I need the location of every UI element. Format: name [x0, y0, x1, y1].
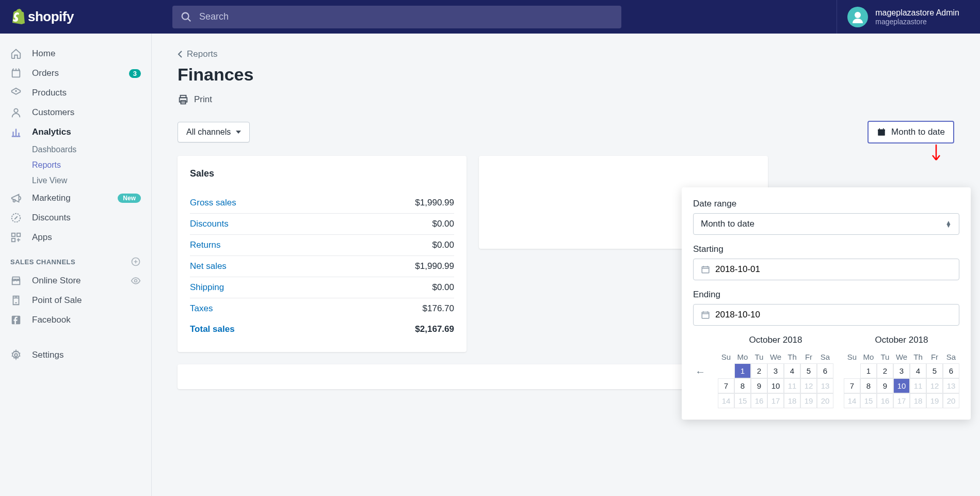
svg-point-0 [182, 12, 189, 19]
calendar-day[interactable]: 10 [767, 378, 784, 393]
breadcrumb[interactable]: Reports [178, 49, 954, 59]
svg-point-3 [855, 12, 861, 18]
sales-row-link[interactable]: Gross sales [190, 198, 236, 208]
search-input[interactable] [199, 11, 613, 22]
svg-line-1 [188, 18, 191, 21]
calendar-day: 19 [800, 393, 817, 408]
calendar-2: October 2018 SuMoTuWeThFrSa1234567891011… [844, 335, 959, 408]
total-sales-link[interactable]: Total sales [190, 324, 235, 334]
sidebar-item-discounts[interactable]: Discounts [0, 208, 151, 228]
sidebar-channel-facebook[interactable]: Facebook [0, 310, 151, 330]
subnav-dashboards[interactable]: Dashboards [32, 142, 151, 157]
total-sales-value: $2,167.69 [415, 324, 454, 334]
sidebar-channel-pos[interactable]: Point of Sale [0, 291, 151, 310]
calendar-day[interactable]: 6 [817, 363, 833, 378]
subnav-liveview[interactable]: Live View [32, 173, 151, 188]
add-channel-icon[interactable] [131, 257, 141, 267]
starting-label: Starting [693, 244, 959, 254]
sidebar-item-settings[interactable]: Settings [0, 345, 151, 365]
settings-icon [10, 349, 22, 361]
calendar-day[interactable]: 4 [910, 363, 926, 378]
subnav-reports[interactable]: Reports [32, 157, 151, 173]
calendar-day[interactable]: 7 [718, 378, 734, 393]
search-box[interactable] [172, 6, 621, 28]
calendar-day[interactable]: 3 [767, 363, 784, 378]
logo[interactable]: shopify [10, 9, 74, 25]
sidebar-item-label: Settings [32, 350, 63, 360]
sales-row-link[interactable]: Net sales [190, 261, 227, 271]
date-range-label: Date range [693, 199, 959, 209]
sales-row-value: $1,990.99 [415, 198, 454, 208]
sidebar-item-analytics[interactable]: Analytics [0, 122, 151, 142]
sales-total-row: Total sales $2,167.69 [190, 319, 454, 340]
sales-row-link[interactable]: Taxes [190, 303, 213, 314]
ending-field[interactable] [693, 304, 959, 326]
sidebar-item-home[interactable]: Home [0, 44, 151, 63]
avatar-icon [849, 9, 866, 25]
sales-row-link[interactable]: Returns [190, 240, 221, 250]
calendar-dow: Th [784, 350, 800, 363]
calendar-day[interactable]: 3 [893, 363, 910, 378]
svg-rect-20 [878, 130, 885, 131]
starting-field[interactable] [693, 259, 959, 280]
calendar-day[interactable]: 7 [844, 378, 860, 393]
calendar-day: 17 [767, 393, 784, 408]
new-badge: New [118, 194, 141, 203]
ending-input[interactable] [715, 310, 952, 320]
calendar-day[interactable]: 9 [877, 378, 893, 393]
user-name: mageplazastore Admin [875, 8, 959, 18]
user-area[interactable]: mageplazastore Admin mageplazastore [837, 0, 980, 34]
starting-input[interactable] [715, 264, 952, 275]
sidebar-item-marketing[interactable]: Marketing New [0, 188, 151, 208]
discounts-icon [10, 212, 22, 223]
sidebar-item-orders[interactable]: Orders 3 [0, 63, 151, 83]
apps-icon [10, 232, 22, 243]
sidebar-item-label: Marketing [32, 193, 71, 203]
svg-point-6 [14, 109, 18, 113]
calendar-day[interactable]: 1 [860, 363, 877, 378]
calendar-day: 15 [734, 393, 751, 408]
svg-point-5 [15, 90, 17, 91]
calendar-day: 18 [910, 393, 926, 408]
toolbar: All channels Month to date [178, 121, 954, 143]
prev-month-button[interactable]: ← [693, 364, 708, 380]
eye-icon[interactable] [131, 276, 141, 286]
sidebar: Home Orders 3 Products Customers Analyti… [0, 34, 152, 496]
pos-icon [10, 295, 22, 306]
calendar-day[interactable]: 4 [784, 363, 800, 378]
calendar-day[interactable]: 8 [860, 378, 877, 393]
channels-dropdown[interactable]: All channels [178, 122, 250, 142]
svg-rect-22 [883, 129, 884, 131]
calendar-dow: Fr [800, 350, 817, 363]
sidebar-channel-online-store[interactable]: Online Store [0, 271, 151, 291]
sales-row-link[interactable]: Discounts [190, 219, 229, 229]
sales-row-value: $0.00 [432, 282, 454, 293]
calendar-day: 17 [893, 393, 910, 408]
calendar-day[interactable]: 5 [800, 363, 817, 378]
calendar-dow: Sa [817, 350, 833, 363]
calendar-day[interactable]: 9 [751, 378, 767, 393]
sidebar-item-label: Online Store [32, 276, 81, 286]
sales-row-link[interactable]: Shipping [190, 282, 224, 293]
sidebar-item-customers[interactable]: Customers [0, 103, 151, 122]
calendar-day[interactable]: 8 [734, 378, 751, 393]
search-icon [181, 11, 192, 23]
sidebar-item-label: Analytics [32, 127, 71, 137]
date-range-button[interactable]: Month to date [867, 121, 954, 143]
page-title: Finances [178, 65, 954, 85]
print-button[interactable]: Print [178, 94, 954, 105]
calendar-day[interactable]: 2 [751, 363, 767, 378]
sidebar-item-apps[interactable]: Apps [0, 228, 151, 247]
calendar-day: 20 [943, 393, 959, 408]
calendar-day[interactable]: 6 [943, 363, 959, 378]
brand-text: shopify [28, 9, 74, 25]
sidebar-item-label: Orders [32, 68, 59, 78]
svg-point-15 [14, 354, 18, 357]
calendar-day[interactable]: 1 [734, 363, 751, 378]
calendar-day[interactable]: 10 [893, 378, 910, 393]
calendar-day[interactable]: 5 [926, 363, 943, 378]
date-range-preset-select[interactable]: Month to date ▲▼ [693, 213, 959, 235]
sidebar-item-products[interactable]: Products [0, 83, 151, 103]
calendar-day[interactable]: 2 [877, 363, 893, 378]
svg-point-12 [135, 280, 137, 282]
